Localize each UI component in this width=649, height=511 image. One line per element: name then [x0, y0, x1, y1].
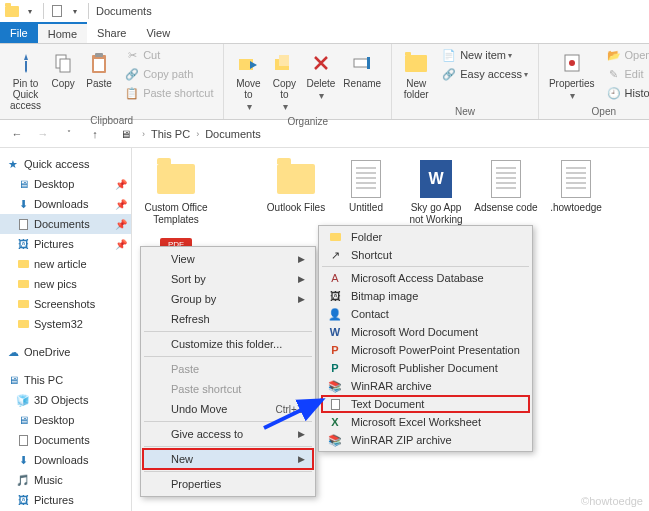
- list-item[interactable]: .howtoedge: [542, 156, 610, 228]
- downloads-icon: ⬇: [16, 453, 30, 467]
- folder-icon: [155, 158, 197, 200]
- down-icon[interactable]: ▾: [22, 3, 38, 19]
- sidebar-documents[interactable]: Documents📌: [0, 214, 131, 234]
- new-word[interactable]: WMicrosoft Word Document: [321, 323, 530, 341]
- move-to-button[interactable]: Move to▾: [230, 46, 266, 114]
- ctx-view[interactable]: View▶: [143, 249, 313, 269]
- ctx-customize[interactable]: Customize this folder...: [143, 334, 313, 354]
- sidebar-system32[interactable]: System32: [0, 314, 131, 334]
- delete-button[interactable]: Delete▾: [302, 46, 339, 103]
- svg-rect-3: [95, 53, 103, 57]
- sidebar-downloads[interactable]: ⬇Downloads📌: [0, 194, 131, 214]
- down-icon[interactable]: ▾: [67, 3, 83, 19]
- tab-home[interactable]: Home: [38, 22, 87, 43]
- new-item-button[interactable]: 📄New item▾: [438, 46, 532, 64]
- pin-icon: 📌: [115, 179, 127, 190]
- sidebar-desktop2[interactable]: 🖥Desktop: [0, 410, 131, 430]
- tab-share[interactable]: Share: [87, 22, 136, 43]
- properties-button[interactable]: Properties▾: [545, 46, 599, 103]
- pin-icon: 📌: [115, 199, 127, 210]
- copy-button[interactable]: Copy: [45, 46, 81, 91]
- back-button[interactable]: ←: [8, 125, 26, 143]
- breadcrumb-thispc[interactable]: This PC: [151, 128, 190, 140]
- ctx-paste[interactable]: Paste: [143, 359, 313, 379]
- copy-path-button[interactable]: 🔗Copy path: [121, 65, 217, 83]
- breadcrumb[interactable]: 🖥 › This PC › Documents: [118, 127, 261, 141]
- list-item[interactable]: Adsense code: [472, 156, 540, 228]
- paste-shortcut-button[interactable]: 📋Paste shortcut: [121, 84, 217, 102]
- file-list[interactable]: Custom Office Templates Outlook Files Un…: [132, 148, 649, 511]
- history-button[interactable]: 🕘History: [603, 84, 650, 102]
- new-folder-button[interactable]: New folder: [398, 46, 434, 102]
- new-text-document[interactable]: Text Document: [321, 395, 530, 413]
- up-button[interactable]: ↑: [86, 125, 104, 143]
- new-excel[interactable]: XMicrosoft Excel Worksheet: [321, 413, 530, 431]
- pin-icon: [12, 49, 40, 77]
- group-label: Open: [545, 104, 649, 119]
- sidebar-pictures2[interactable]: 🖼Pictures: [0, 490, 131, 510]
- ctx-refresh[interactable]: Refresh: [143, 309, 313, 329]
- open-button[interactable]: 📂Open▾: [603, 46, 650, 64]
- svg-rect-7: [279, 55, 289, 66]
- svg-rect-4: [94, 59, 104, 71]
- easy-access-button[interactable]: 🔗Easy access▾: [438, 65, 532, 83]
- new-shortcut[interactable]: ↗Shortcut: [321, 246, 530, 264]
- copy-to-icon: [270, 49, 298, 77]
- new-bitmap[interactable]: 🖼Bitmap image: [321, 287, 530, 305]
- new-publisher[interactable]: PMicrosoft Publisher Document: [321, 359, 530, 377]
- recent-button[interactable]: ˅: [60, 125, 78, 143]
- clipboard-small-buttons: ✂Cut 🔗Copy path 📋Paste shortcut: [121, 46, 217, 102]
- navigation-pane: ★Quick access 🖥Desktop📌 ⬇Downloads📌 Docu…: [0, 148, 132, 511]
- paste-button[interactable]: Paste: [81, 46, 117, 91]
- new-zip[interactable]: 📚WinRAR ZIP archive: [321, 431, 530, 449]
- sidebar-desktop[interactable]: 🖥Desktop📌: [0, 174, 131, 194]
- pin-to-quick-access-button[interactable]: Pin to Quick access: [6, 46, 45, 113]
- sidebar-quick-access[interactable]: ★Quick access: [0, 154, 131, 174]
- sidebar-new-pics[interactable]: new pics: [0, 274, 131, 294]
- new-folder[interactable]: Folder: [321, 228, 530, 246]
- move-icon: [234, 49, 262, 77]
- folder-icon: [16, 317, 30, 331]
- pin-icon: 📌: [115, 219, 127, 230]
- ctx-properties[interactable]: Properties: [143, 474, 313, 494]
- list-item[interactable]: Custom Office Templates: [142, 156, 210, 228]
- list-item[interactable]: Outlook Files: [262, 156, 330, 228]
- new-contact[interactable]: 👤Contact: [321, 305, 530, 323]
- shortcut-icon: ↗: [327, 247, 343, 263]
- sidebar-new-article[interactable]: new article: [0, 254, 131, 274]
- forward-button[interactable]: →: [34, 125, 52, 143]
- sidebar-downloads2[interactable]: ⬇Downloads: [0, 450, 131, 470]
- tab-file[interactable]: File: [0, 22, 38, 43]
- sidebar-3d-objects[interactable]: 🧊3D Objects: [0, 390, 131, 410]
- new-rar[interactable]: 📚WinRAR archive: [321, 377, 530, 395]
- ctx-new[interactable]: New▶: [143, 449, 313, 469]
- svg-rect-9: [367, 57, 370, 69]
- folder-icon: [327, 229, 343, 245]
- tab-view[interactable]: View: [136, 22, 180, 43]
- sidebar-onedrive[interactable]: ☁OneDrive: [0, 342, 131, 362]
- ctx-sort-by[interactable]: Sort by▶: [143, 269, 313, 289]
- annotation-arrow: [258, 394, 338, 434]
- watermark: ©howtoedge: [581, 495, 643, 507]
- pc-icon: 🖥: [118, 127, 132, 141]
- new-access-db[interactable]: AMicrosoft Access Database: [321, 269, 530, 287]
- sidebar-pictures[interactable]: 🖼Pictures📌: [0, 234, 131, 254]
- rename-button[interactable]: Rename: [339, 46, 385, 91]
- list-item[interactable]: Untitled: [332, 156, 400, 228]
- new-powerpoint[interactable]: PMicrosoft PowerPoint Presentation: [321, 341, 530, 359]
- sidebar-music[interactable]: 🎵Music: [0, 470, 131, 490]
- sidebar-screenshots[interactable]: Screenshots: [0, 294, 131, 314]
- copy-to-button[interactable]: Copy to▾: [266, 46, 302, 114]
- separator: [88, 3, 89, 19]
- ctx-group-by[interactable]: Group by▶: [143, 289, 313, 309]
- list-item[interactable]: WSky go App not Working: [402, 156, 470, 228]
- breadcrumb-documents[interactable]: Documents: [205, 128, 261, 140]
- properties-icon[interactable]: [49, 3, 65, 19]
- edit-button[interactable]: ✎Edit: [603, 65, 650, 83]
- window-title: Documents: [96, 5, 152, 17]
- title-bar: ▾ ▾ Documents: [0, 0, 649, 22]
- cut-button[interactable]: ✂Cut: [121, 46, 217, 64]
- sidebar-documents2[interactable]: Documents: [0, 430, 131, 450]
- sidebar-thispc[interactable]: 🖥This PC: [0, 370, 131, 390]
- ribbon-tabs: File Home Share View: [0, 22, 649, 44]
